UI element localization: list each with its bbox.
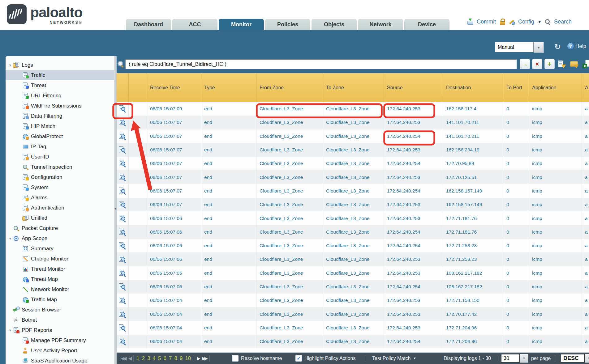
sidebar-item-unified[interactable]: Unified <box>6 213 114 223</box>
highlight-policy-actions-checkbox[interactable] <box>295 355 302 362</box>
log-detail-icon[interactable] <box>118 174 126 181</box>
column-header-application[interactable]: Application <box>529 73 582 102</box>
next-page-icon[interactable]: ▶ <box>197 356 199 361</box>
page-number-4[interactable]: 4 <box>153 355 156 362</box>
search-button[interactable]: Search <box>554 19 572 25</box>
column-header-type[interactable]: Type <box>201 73 256 102</box>
column-header-a[interactable]: A <box>582 73 589 102</box>
log-detail-icon[interactable] <box>118 338 126 345</box>
config-button[interactable]: Config <box>518 19 534 25</box>
log-detail-icon[interactable] <box>118 269 126 277</box>
sidebar-item-change-monitor[interactable]: Change Monitor <box>6 254 114 264</box>
log-row[interactable]: 06/06 15:07:07endCloudflare_L3_ZoneCloud… <box>117 170 589 184</box>
collapse-sidebar-icon[interactable]: ◀ <box>114 207 116 210</box>
clear-filter-button[interactable]: × <box>532 59 542 69</box>
page-number-9[interactable]: 9 <box>180 355 183 362</box>
sidebar-item-traffic[interactable]: Traffic <box>6 70 114 80</box>
sidebar-item-authentication[interactable]: Authentication <box>6 203 114 213</box>
log-row[interactable]: 06/06 15:07:09endCloudflare_L3_ZoneCloud… <box>117 102 589 116</box>
sort-order-caret-icon[interactable]: ▼ <box>585 354 589 363</box>
log-detail-icon[interactable] <box>118 242 126 249</box>
log-detail-icon[interactable] <box>118 133 126 140</box>
per-page-select[interactable]: 30 <box>501 354 520 362</box>
sidebar-item-ip-tag[interactable]: IP-Tag <box>6 142 114 152</box>
log-row[interactable]: 06/06 15:07:06endCloudflare_L3_ZoneCloud… <box>117 252 589 266</box>
log-row[interactable]: 06/06 15:07:06endCloudflare_L3_ZoneCloud… <box>117 225 589 239</box>
column-header-receive-time[interactable]: Receive Time <box>147 73 201 102</box>
sidebar-item-user-id[interactable]: User-ID <box>6 152 114 162</box>
sidebar-item-app-scope[interactable]: ▼App Scope <box>6 233 114 243</box>
lock-icon[interactable] <box>499 19 505 25</box>
log-row[interactable]: 06/06 15:07:04endCloudflare_L3_ZoneCloud… <box>117 335 589 348</box>
tab-monitor[interactable]: Monitor <box>219 19 264 30</box>
refresh-mode-select[interactable]: Manual ▼ <box>495 42 544 53</box>
sidebar-item-saas-application-usage[interactable]: SaaS Application Usage <box>6 356 114 364</box>
log-row[interactable]: 06/06 15:07:07endCloudflare_L3_ZoneCloud… <box>117 143 589 157</box>
column-header-0[interactable] <box>117 73 129 102</box>
tab-device[interactable]: Device <box>404 19 449 30</box>
refresh-icon[interactable]: ↻ <box>554 42 561 52</box>
log-detail-icon[interactable] <box>118 215 126 222</box>
sidebar-item-threat-monitor[interactable]: Threat Monitor <box>6 264 114 274</box>
log-row[interactable]: 06/06 15:07:07endCloudflare_L3_ZoneCloud… <box>117 116 589 129</box>
export-button[interactable] <box>582 59 589 69</box>
test-policy-match-button[interactable]: Test Policy Match <box>372 356 411 361</box>
log-filter-input[interactable] <box>125 59 517 69</box>
sidebar-item-traffic-map[interactable]: Traffic Map <box>6 294 114 305</box>
filter-builder-button[interactable] <box>557 59 567 69</box>
sidebar-item-packet-capture[interactable]: Packet Capture <box>6 223 114 233</box>
sidebar-item-network-monitor[interactable]: Network Monitor <box>6 284 114 294</box>
log-row[interactable]: 06/06 15:07:06endCloudflare_L3_ZoneCloud… <box>117 211 589 225</box>
log-row[interactable]: 06/06 15:07:05endCloudflare_L3_ZoneCloud… <box>117 280 589 294</box>
sidebar-item-botnet[interactable]: Botnet <box>6 315 114 325</box>
log-detail-icon[interactable] <box>118 283 126 290</box>
sidebar-item-user-activity-report[interactable]: User Activity Report <box>6 345 114 356</box>
log-detail-icon[interactable] <box>118 146 126 154</box>
sidebar-item-data-filtering[interactable]: Data Filtering <box>6 111 114 121</box>
log-row[interactable]: 06/06 15:07:05endCloudflare_L3_ZoneCloud… <box>117 266 589 280</box>
sidebar-item-manage-pdf-summary[interactable]: Manage PDF Summary <box>6 335 114 345</box>
log-detail-icon[interactable] <box>118 228 126 236</box>
tab-policies[interactable]: Policies <box>265 19 310 30</box>
page-number-5[interactable]: 5 <box>158 355 161 362</box>
sidebar-item-url-filtering[interactable]: URL Filtering <box>6 91 114 101</box>
help-label[interactable]: Help <box>575 43 586 49</box>
sidebar-item-session-browser[interactable]: Session Browser <box>6 305 114 315</box>
apply-filter-button[interactable]: → <box>520 59 530 69</box>
page-number-10[interactable]: 10 <box>185 355 191 362</box>
log-row[interactable]: 06/06 15:07:07endCloudflare_L3_ZoneCloud… <box>117 157 589 170</box>
log-detail-icon[interactable] <box>118 119 126 126</box>
expander-icon[interactable]: ▼ <box>7 328 13 332</box>
log-detail-icon[interactable] <box>118 201 126 208</box>
sidebar-item-threat[interactable]: Threat <box>6 80 114 91</box>
column-header-to-zone[interactable]: To Zone <box>323 73 384 102</box>
sidebar-item-wildfire-submissions[interactable]: WildFire Submissions <box>6 101 114 111</box>
sidebar-item-summary[interactable]: Summary <box>6 243 114 254</box>
column-header-from-zone[interactable]: From Zone <box>256 73 323 102</box>
sidebar-item-alarms[interactable]: Alarms <box>6 193 114 203</box>
tab-network[interactable]: Network <box>358 19 403 30</box>
resolve-hostname-checkbox[interactable] <box>232 355 239 362</box>
expander-icon[interactable]: ▼ <box>7 63 13 67</box>
log-row[interactable]: 06/06 15:07:07endCloudflare_L3_ZoneCloud… <box>117 184 589 198</box>
sidebar-item-hip-match[interactable]: HIP Match <box>6 121 114 131</box>
tab-objects[interactable]: Objects <box>312 19 357 30</box>
page-number-3[interactable]: 3 <box>147 355 150 362</box>
log-row[interactable]: 06/06 15:07:06endCloudflare_L3_ZoneCloud… <box>117 239 589 252</box>
sidebar-item-threat-map[interactable]: Threat Map <box>6 274 114 284</box>
sidebar-item-tunnel-inspection[interactable]: Tunnel Inspection <box>6 162 114 172</box>
expander-icon[interactable]: ▼ <box>7 237 13 240</box>
commit-button[interactable]: Commit <box>477 19 496 25</box>
sidebar-splitter[interactable]: ◀ <box>114 56 117 364</box>
page-number-7[interactable]: 7 <box>169 355 172 362</box>
log-detail-icon[interactable] <box>118 105 126 112</box>
log-detail-icon[interactable] <box>118 160 126 167</box>
log-row[interactable]: 06/06 15:07:04endCloudflare_L3_ZoneCloud… <box>117 321 589 335</box>
prev-page-icon[interactable]: ◀ <box>128 356 131 361</box>
column-header-1[interactable] <box>129 73 147 102</box>
load-filter-button[interactable] <box>569 59 579 69</box>
last-page-icon[interactable]: ▶▶ <box>202 356 207 361</box>
column-header-to-port[interactable]: To Port <box>503 73 529 102</box>
page-number-8[interactable]: 8 <box>174 355 177 362</box>
sidebar-item-system[interactable]: System <box>6 182 114 193</box>
